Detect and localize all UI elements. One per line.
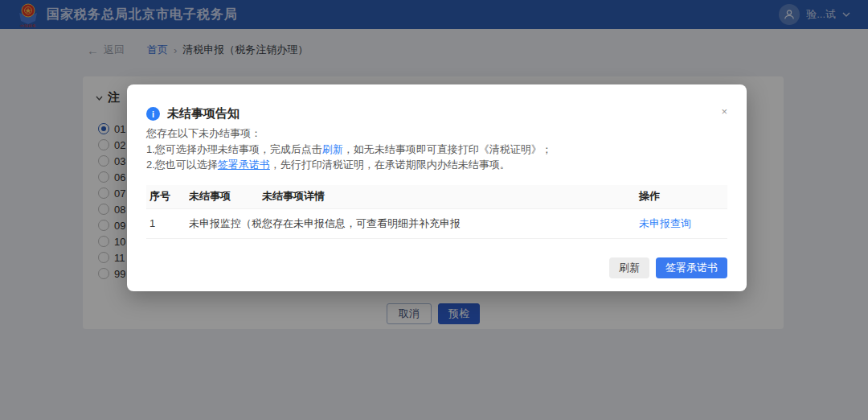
dialog-title: 未结事项告知 — [167, 106, 240, 121]
col-header-action: 操作 — [639, 189, 727, 204]
notice-line2-text: 2.您也可以选择 — [146, 159, 218, 171]
notice-line-1: 1.您可选择办理未结事项，完成后点击刷新，如无未结事项即可直接打印《清税证明》； — [146, 142, 727, 158]
table-row: 1 未申报监控（税、规费... 您存在未申报信息，可查看明细并补充申报 未申报查… — [146, 209, 727, 239]
dialog-footer: 刷新 签署承诺书 — [609, 257, 727, 278]
col-header-item: 未结事项 — [189, 189, 261, 204]
close-icon[interactable]: × — [721, 106, 727, 117]
notice-line-2: 2.您也可以选择签署承诺书，先行打印清税证明，在承诺期限内办结未结事项。 — [146, 157, 727, 173]
notice-line1-text: 1.您可选择办理未结事项，完成后点击 — [146, 143, 322, 155]
dialog-header: i 未结事项告知 — [127, 84, 747, 121]
col-header-no: 序号 — [146, 189, 189, 204]
table-header-row: 序号 未结事项 未结事项详情 操作 — [146, 185, 727, 209]
cell-detail: 您存在未申报信息，可查看明细并补充申报 — [261, 216, 639, 231]
refresh-link[interactable]: 刷新 — [322, 143, 343, 155]
dialog-body: 您存在以下未办结事项： 1.您可选择办理未结事项，完成后点击刷新，如无未结事项即… — [127, 121, 747, 173]
undeclared-query-link[interactable]: 未申报查询 — [639, 216, 727, 231]
cell-no: 1 — [146, 217, 189, 229]
info-icon: i — [146, 107, 160, 121]
pending-items-dialog: × i 未结事项告知 您存在以下未办结事项： 1.您可选择办理未结事项，完成后点… — [127, 84, 747, 291]
sign-commitment-button[interactable]: 签署承诺书 — [656, 257, 727, 278]
notice-line1-tail: ，如无未结事项即可直接打印《清税证明》； — [343, 143, 552, 155]
refresh-button[interactable]: 刷新 — [609, 257, 649, 278]
sign-commitment-link[interactable]: 签署承诺书 — [218, 159, 270, 171]
pending-items-table: 序号 未结事项 未结事项详情 操作 1 未申报监控（税、规费... 您存在未申报… — [146, 185, 727, 239]
notice-intro: 您存在以下未办结事项： — [146, 126, 727, 142]
cell-item: 未申报监控（税、规费... — [189, 216, 261, 231]
col-header-detail: 未结事项详情 — [261, 189, 639, 204]
notice-line2-tail: ，先行打印清税证明，在承诺期限内办结未结事项。 — [270, 159, 510, 171]
